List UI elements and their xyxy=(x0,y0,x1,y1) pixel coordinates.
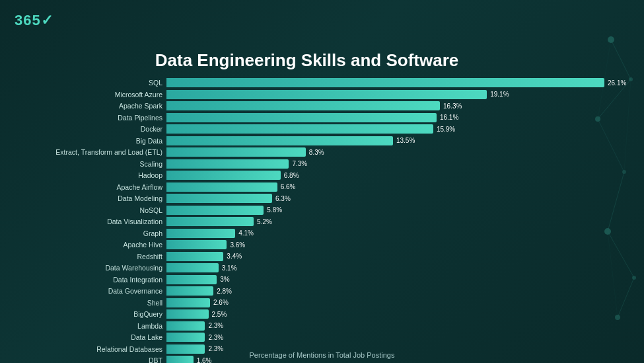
bar-track: 16.3% xyxy=(166,101,604,110)
bar-row: Shell2.6% xyxy=(9,298,604,308)
bar-fill xyxy=(166,321,205,331)
chart-area: SQL26.1%Microsoft Azure19.1%Apache Spark… xyxy=(9,77,604,363)
bar-track: 2.3% xyxy=(166,321,604,331)
bar-track: 3% xyxy=(166,275,604,284)
bar-row: Big Data13.5% xyxy=(9,136,604,146)
chart-container: Data Engineering Skills and Software SQL… xyxy=(0,41,644,343)
bar-row: Data Warehousing3.1% xyxy=(9,262,604,273)
bar-value: 2.3% xyxy=(208,322,223,329)
bar-track: 19.1% xyxy=(166,90,604,99)
bar-row: BigQuery2.5% xyxy=(9,309,604,319)
bar-row: Docker15.9% xyxy=(9,124,604,134)
bar-track: 2.5% xyxy=(166,309,604,319)
bar-track: 4.1% xyxy=(166,229,604,238)
bar-row: Data Integration3% xyxy=(9,274,604,285)
bar-fill xyxy=(166,101,440,110)
bar-row: Data Modeling6.3% xyxy=(9,193,604,204)
bar-fill xyxy=(166,252,223,261)
bar-label: Docker xyxy=(9,125,166,133)
bar-fill xyxy=(166,333,205,342)
bar-value: 26.1% xyxy=(608,79,626,87)
bar-row: SQL26.1% xyxy=(9,77,604,88)
bar-label: Apache Hive xyxy=(9,241,166,249)
bar-label: Hadoop xyxy=(9,171,166,179)
bar-label: Data Modeling xyxy=(9,194,166,202)
bar-label: Apache Airflow xyxy=(9,183,166,191)
bar-row: Scaling7.3% xyxy=(9,159,604,169)
bar-label: Data Integration xyxy=(9,276,166,284)
bar-value: 3.4% xyxy=(227,253,242,260)
bar-label: NoSQL xyxy=(9,206,166,214)
bar-track: 6.8% xyxy=(166,171,604,180)
bar-track: 8.3% xyxy=(166,147,604,157)
bar-label: Data Lake xyxy=(9,333,166,341)
chart-title: Data Engineering Skills and Software xyxy=(9,41,604,71)
bar-value: 6.8% xyxy=(284,172,299,179)
bar-value: 5.8% xyxy=(267,206,282,214)
bar-fill xyxy=(166,147,306,157)
bar-value: 6.6% xyxy=(281,183,296,190)
bar-value: 19.1% xyxy=(490,91,509,98)
bar-fill xyxy=(166,124,433,134)
bar-row: NoSQL5.8% xyxy=(9,205,604,216)
logo: 365✓ xyxy=(15,12,54,29)
bar-label: Redshift xyxy=(9,253,166,261)
bar-fill xyxy=(166,275,217,284)
bar-track: 13.5% xyxy=(166,136,604,145)
bar-fill xyxy=(166,182,277,192)
bar-fill xyxy=(166,136,393,145)
bar-fill xyxy=(166,206,264,215)
x-axis-label: Percentage of Mentions in Total Job Post… xyxy=(0,351,644,359)
bar-row: Apache Spark16.3% xyxy=(9,101,604,111)
bar-value: 16.1% xyxy=(440,114,458,121)
bar-fill xyxy=(166,78,604,87)
bar-fill xyxy=(166,286,213,296)
bar-row: Apache Airflow6.6% xyxy=(9,182,604,192)
bar-label: Graph xyxy=(9,229,166,237)
bar-label: Data Governance xyxy=(9,287,166,295)
bar-value: 13.5% xyxy=(396,137,415,144)
bar-fill xyxy=(166,229,235,238)
bar-track: 26.1% xyxy=(166,78,626,87)
bar-fill xyxy=(166,171,281,180)
bar-track: 6.6% xyxy=(166,182,604,192)
bar-fill xyxy=(166,298,210,307)
bar-track: 2.8% xyxy=(166,286,604,296)
bar-label: Data Pipelines xyxy=(9,114,166,122)
bar-value: 8.3% xyxy=(309,149,324,156)
bar-fill xyxy=(166,194,272,203)
bar-row: Lambda2.3% xyxy=(9,321,604,331)
bar-track: 3.1% xyxy=(166,263,604,272)
bar-row: Data Visualization5.2% xyxy=(9,216,604,227)
bar-value: 4.1% xyxy=(238,229,254,237)
bar-value: 16.3% xyxy=(443,102,462,110)
bar-track: 15.9% xyxy=(166,124,604,134)
bar-value: 5.2% xyxy=(257,218,272,225)
bar-label: Microsoft Azure xyxy=(9,91,166,99)
bar-fill xyxy=(166,90,487,99)
bar-fill xyxy=(166,240,227,249)
bar-track: 5.8% xyxy=(166,206,604,215)
bar-value: 2.8% xyxy=(217,288,232,295)
bar-value: 3% xyxy=(220,276,229,283)
bar-label: SQL xyxy=(9,79,166,87)
bar-row: Apache Hive3.6% xyxy=(9,239,604,250)
bar-row: Hadoop6.8% xyxy=(9,170,604,181)
bar-label: Data Visualization xyxy=(9,218,166,225)
bar-track: 3.6% xyxy=(166,240,604,249)
bar-track: 5.2% xyxy=(166,217,604,226)
bar-label: Big Data xyxy=(9,137,166,145)
bar-row: Extract, Transform and Load (ETL)8.3% xyxy=(9,147,604,157)
bar-track: 2.6% xyxy=(166,298,604,307)
bar-value: 2.3% xyxy=(208,334,223,341)
bar-row: Microsoft Azure19.1% xyxy=(9,89,604,100)
bar-value: 2.6% xyxy=(213,299,229,306)
bar-row: Redshift3.4% xyxy=(9,251,604,262)
bar-value: 3.1% xyxy=(222,264,237,272)
bar-track: 3.4% xyxy=(166,252,604,261)
bar-fill xyxy=(166,309,209,319)
bar-fill xyxy=(166,159,289,169)
bar-label: Extract, Transform and Load (ETL) xyxy=(9,148,166,156)
bar-value: 6.3% xyxy=(275,195,291,202)
bar-row: Data Pipelines16.1% xyxy=(9,112,604,123)
